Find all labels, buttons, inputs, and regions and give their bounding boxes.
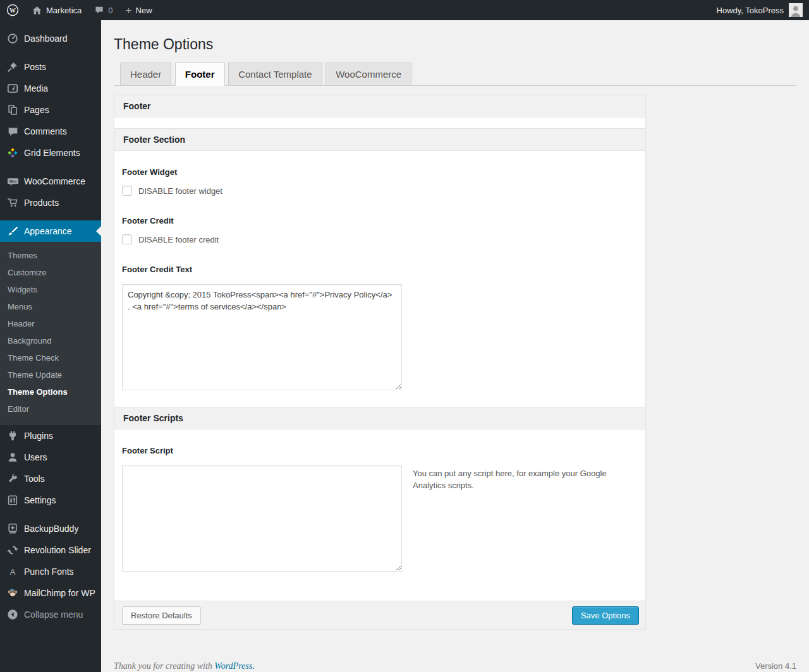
site-menu[interactable]: Marketica <box>25 0 88 20</box>
comments-icon <box>6 125 19 138</box>
comment-count: 0 <box>108 6 113 15</box>
home-icon <box>32 5 42 16</box>
sidebar-item-appearance[interactable]: Appearance <box>0 220 101 242</box>
current-menu-arrow <box>96 226 101 236</box>
new-label: New <box>136 6 152 15</box>
wordpress-logo[interactable]: W <box>0 0 25 20</box>
submenu-item-themes[interactable]: Themes <box>0 247 101 264</box>
dashboard-icon <box>6 32 19 45</box>
footer-version: Version 4.1 <box>755 661 796 671</box>
save-options-button[interactable]: Save Options <box>572 606 639 625</box>
tab-footer[interactable]: Footer <box>175 63 225 86</box>
comment-icon <box>94 5 104 15</box>
footer-thanks-text: Thank you for creating with <box>114 661 212 671</box>
disable-footer-credit-row[interactable]: DISABLE footer credit <box>122 234 638 244</box>
tab-woocommerce[interactable]: WooCommerce <box>325 63 411 86</box>
footer-scripts-body: Footer Script You can put any script her… <box>114 429 645 601</box>
sidebar-item-plugins[interactable]: Plugins <box>0 425 101 447</box>
footer-section-body: Footer Widget DISABLE footer widget Foot… <box>114 151 645 407</box>
products-icon <box>6 196 19 209</box>
sidebar-item-woocommerce[interactable]: Woo WooCommerce <box>0 171 101 192</box>
collapse-icon <box>6 608 19 621</box>
submenu-item-customize[interactable]: Customize <box>0 264 101 281</box>
disable-footer-widget-row[interactable]: DISABLE footer widget <box>122 186 638 196</box>
submenu-item-theme-check[interactable]: Theme Check <box>0 349 101 366</box>
backupbuddy-icon <box>6 522 19 535</box>
footer-widget-label: Footer Widget <box>122 167 638 177</box>
appearance-icon <box>6 225 19 237</box>
footer-script-textarea[interactable] <box>122 465 402 572</box>
sidebar-item-tools[interactable]: Tools <box>0 468 101 489</box>
main-content: Theme Options Header Footer Contact Temp… <box>101 20 809 672</box>
tab-header[interactable]: Header <box>120 63 171 86</box>
comments-menu[interactable]: 0 <box>88 0 119 20</box>
footer-thanks: Thank you for creating with WordPress. <box>114 661 255 671</box>
panel-action-bar: Restore Defaults Save Options <box>114 601 645 629</box>
page-title: Theme Options <box>114 20 796 60</box>
grid-elements-icon <box>6 147 19 159</box>
svg-text:A: A <box>9 567 15 577</box>
users-icon <box>6 451 19 464</box>
footer-scripts-header: Footer Scripts <box>114 407 645 429</box>
disable-footer-credit-text: DISABLE footer credit <box>138 235 219 244</box>
options-panel: Footer Footer Section Footer Widget DISA… <box>114 95 646 630</box>
avatar <box>789 3 803 17</box>
sidebar-item-settings[interactable]: Settings <box>0 489 101 511</box>
sidebar-item-revolution-slider[interactable]: Revolution Slider <box>0 539 101 561</box>
footer-credit-text-label: Footer Credit Text <box>122 265 638 274</box>
footer-credit-text-textarea[interactable]: Copyright &copy; 2015 TokoPress<span><a … <box>122 284 402 390</box>
wordpress-link[interactable]: WordPress. <box>214 661 254 671</box>
submenu-item-widgets[interactable]: Widgets <box>0 281 101 298</box>
sidebar-item-mailchimp[interactable]: MailChimp for WP <box>0 582 101 604</box>
sidebar-item-backupbuddy[interactable]: BackupBuddy <box>0 518 101 539</box>
plugins-icon <box>6 429 19 442</box>
footer-script-help: You can put any script here, for example… <box>413 465 609 491</box>
howdy-text: Howdy, TokoPress <box>717 6 784 15</box>
footer-section-header: Footer Section <box>114 128 645 151</box>
sidebar-item-users[interactable]: Users <box>0 447 101 468</box>
footer-script-label: Footer Script <box>122 446 638 455</box>
posts-icon <box>6 61 19 73</box>
submenu-item-theme-options[interactable]: Theme Options <box>0 383 101 400</box>
settings-icon <box>6 494 19 507</box>
disable-footer-widget-text: DISABLE footer widget <box>138 186 222 196</box>
sidebar-item-posts[interactable]: Posts <box>0 56 101 78</box>
footer-credit-label: Footer Credit <box>122 216 638 225</box>
revolution-slider-icon <box>6 544 19 556</box>
admin-sidebar: Dashboard Posts Media Pages Comments Gri… <box>0 20 101 672</box>
disable-footer-credit-checkbox[interactable] <box>122 234 132 244</box>
submenu-item-menus[interactable]: Menus <box>0 298 101 315</box>
sidebar-item-comments[interactable]: Comments <box>0 121 101 142</box>
sidebar-item-dashboard[interactable]: Dashboard <box>0 28 101 49</box>
howdy-menu[interactable]: Howdy, TokoPress <box>710 0 809 20</box>
media-icon <box>6 82 19 95</box>
tab-bar: Header Footer Contact Template WooCommer… <box>114 63 796 86</box>
appearance-submenu: Themes Customize Widgets Menus Header Ba… <box>0 242 101 425</box>
sidebar-item-grid-elements[interactable]: Grid Elements <box>0 142 101 164</box>
submenu-item-header[interactable]: Header <box>0 315 101 332</box>
site-name: Marketica <box>46 6 82 15</box>
woocommerce-icon: Woo <box>6 175 19 188</box>
tools-icon <box>6 472 19 485</box>
submenu-item-theme-update[interactable]: Theme Update <box>0 366 101 383</box>
punch-fonts-icon: A <box>6 565 19 578</box>
sidebar-item-media[interactable]: Media <box>0 78 101 99</box>
svg-text:Woo: Woo <box>9 179 16 183</box>
svg-text:W: W <box>9 7 16 14</box>
plus-icon: + <box>126 5 132 16</box>
collapse-menu[interactable]: Collapse menu <box>0 604 101 625</box>
submenu-item-background[interactable]: Background <box>0 332 101 349</box>
submenu-item-editor[interactable]: Editor <box>0 400 101 417</box>
panel-spacer <box>114 117 645 128</box>
disable-footer-widget-checkbox[interactable] <box>122 186 132 196</box>
pages-icon <box>6 104 19 116</box>
new-menu[interactable]: + New <box>119 0 159 20</box>
wp-admin-footer: Thank you for creating with WordPress. V… <box>114 661 796 671</box>
mailchimp-icon <box>6 587 19 599</box>
sidebar-item-punch-fonts[interactable]: A Punch Fonts <box>0 561 101 582</box>
restore-defaults-button[interactable]: Restore Defaults <box>122 606 201 625</box>
tab-contact-template[interactable]: Contact Template <box>228 63 322 86</box>
sidebar-item-pages[interactable]: Pages <box>0 99 101 121</box>
sidebar-item-products[interactable]: Products <box>0 192 101 213</box>
panel-header: Footer <box>114 95 645 117</box>
